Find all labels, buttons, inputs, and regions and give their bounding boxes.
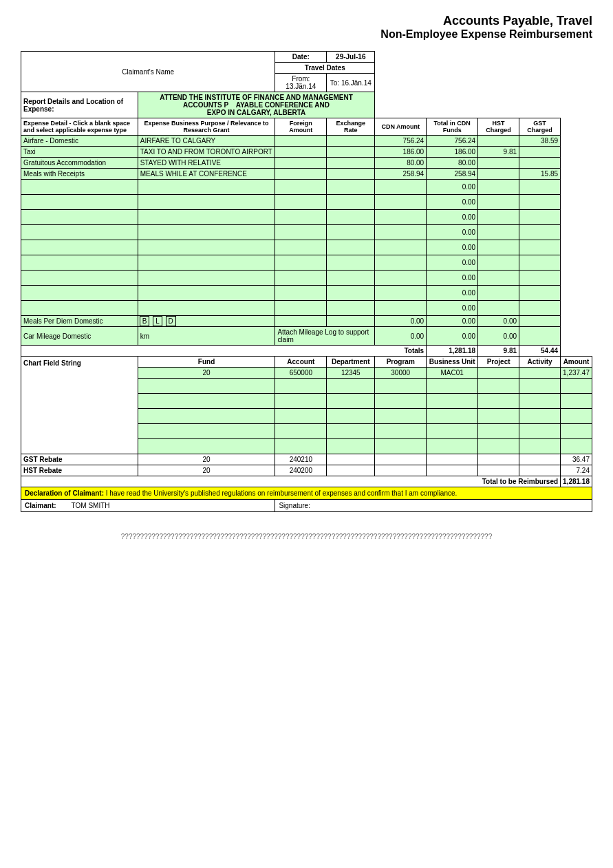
- totals-row: Totals 1,281.18 9.81 54.44: [21, 346, 592, 357]
- report-details-row: Report Details and Location of Expense: …: [21, 92, 592, 118]
- expense-total-taxi: 186.00: [427, 147, 478, 158]
- expense-foreign-meals: [275, 169, 327, 180]
- expense-hst-airfare: [478, 136, 519, 147]
- date-label-cell: Date:: [275, 52, 327, 63]
- expense-foreign-accommodation: [275, 158, 327, 169]
- expense-gst-accommodation: [519, 158, 561, 169]
- gst-rebate-account: 240210: [275, 454, 327, 465]
- expense-hst-accommodation: [478, 158, 519, 169]
- totals-label: Totals: [21, 346, 427, 357]
- expense-type-accommodation: Gratuitous Accommodation: [21, 158, 138, 169]
- hst-rebate-fund: 20: [138, 465, 275, 476]
- declaration-cell: Declaration of Claimant: I have read the…: [21, 487, 592, 500]
- gst-rebate-label: GST Rebate: [21, 454, 138, 465]
- col-expense-detail: Expense Detail - Click a blank space and…: [21, 118, 138, 136]
- report-details-value: ATTEND THE INSTITUTE OF FINANCE AND MANA…: [138, 92, 375, 118]
- expense-exchange-airfare: [327, 136, 375, 147]
- declaration-row: Declaration of Claimant: I have read the…: [21, 487, 592, 500]
- claimant-label-cell: Claimant: TOM SMITH: [21, 500, 275, 512]
- date-value-cell: 29-Jul-16: [327, 52, 375, 63]
- to-label: To:: [330, 79, 339, 87]
- expense-type-taxi: Taxi: [21, 147, 138, 158]
- expense-cdn-airfare: 756.24: [375, 136, 427, 147]
- expense-purpose-meals: MEALS WHILE AT CONFERENCE: [138, 169, 275, 180]
- cf-col-activity: Activity: [519, 357, 561, 368]
- car-mileage-km: km: [138, 327, 275, 346]
- hst-rebate-amount: 7.24: [561, 465, 592, 476]
- report-details-label: Report Details and Location of Expense:: [21, 92, 138, 118]
- expense-cdn-taxi: 186.00: [375, 147, 427, 158]
- cf-col-fund: Fund: [138, 357, 275, 368]
- dinner-option[interactable]: D: [166, 316, 176, 326]
- declaration-text: I have read the University's published r…: [106, 489, 458, 497]
- from-label-cell: From: 13.Jän.14: [275, 74, 327, 92]
- empty-row-9: 0.00: [21, 301, 592, 316]
- car-mileage-hst: 0.00: [478, 327, 519, 346]
- empty-row-4: 0.00: [21, 225, 592, 240]
- expense-row-accommodation: Gratuitous Accommodation STAYED WITH REL…: [21, 158, 592, 169]
- gst-rebate-fund: 20: [138, 454, 275, 465]
- totals-total: 1,281.18: [427, 346, 478, 357]
- expense-purpose-taxi: TAXI TO AND FROM TORONTO AIRPORT: [138, 147, 275, 158]
- expense-gst-airfare: 38.59: [519, 136, 561, 147]
- expense-foreign-taxi: [275, 147, 327, 158]
- gst-rebate-row: GST Rebate 20 240210 36.47: [21, 454, 592, 465]
- car-mileage-row: Car Mileage Domestic km Attach Mileage L…: [21, 327, 592, 346]
- meals-per-diem-row: Meals Per Diem Domestic B L D 0.00 0.00 …: [21, 316, 592, 327]
- to-cell: To: 16.Jän.14: [327, 74, 375, 92]
- from-value: 13.Jän.14: [286, 83, 316, 90]
- hst-rebate-label: HST Rebate: [21, 465, 138, 476]
- hst-rebate-row: HST Rebate 20 240200 7.24: [21, 465, 592, 476]
- meals-per-diem-options: B L D: [138, 316, 275, 327]
- col-foreign-amount: Foreign Amount: [275, 118, 327, 136]
- travel-dates-label: Travel Dates: [305, 64, 345, 72]
- expense-total-airfare: 756.24: [427, 136, 478, 147]
- expense-gst-meals: 15.85: [519, 169, 561, 180]
- date-value: 29-Jul-16: [336, 53, 365, 61]
- expense-total-meals: 258.94: [427, 169, 478, 180]
- col-total-cdn-funds: Total in CDN Funds: [427, 118, 478, 136]
- title-line2: Non-Employee Expense Reimbursement: [21, 28, 592, 41]
- meals-per-diem-total: 0.00: [427, 316, 478, 327]
- cf-col-amount: Amount: [561, 357, 592, 368]
- gst-rebate-amount: 36.47: [561, 454, 592, 465]
- col-cdn-amount: CDN Amount: [375, 118, 427, 136]
- col-business-purpose: Expense Business Purpose / Relevance to …: [138, 118, 275, 136]
- title-line1: Accounts Payable, Travel: [21, 14, 592, 28]
- car-mileage-note: Attach Mileage Log to support claim: [275, 327, 375, 346]
- expense-purpose-accommodation: STAYED WITH RELATIVE: [138, 158, 275, 169]
- col-hst-charged: HST Charged: [478, 118, 519, 136]
- to-value: 16.Jän.14: [341, 79, 372, 87]
- chartfield-header-row: Chart Field String Fund Account Departme…: [21, 357, 592, 368]
- total-reimbursed-value: 1,281.18: [561, 476, 592, 487]
- total-reimbursed-label: Total to be Reimbursed: [21, 476, 561, 487]
- chartfield-label: Chart Field String: [21, 357, 138, 454]
- cf-col-account: Account: [275, 357, 327, 368]
- meals-per-diem-label: Meals Per Diem Domestic: [21, 316, 138, 327]
- travel-dates-cell: Travel Dates: [275, 63, 375, 74]
- col-gst-charged: GST Charged: [519, 118, 561, 136]
- cf-col-proj: Project: [478, 357, 519, 368]
- expense-hst-meals: [478, 169, 519, 180]
- expense-cdn-meals: 258.94: [375, 169, 427, 180]
- expense-total-accommodation: 80.00: [427, 158, 478, 169]
- meals-per-diem-hst: 0.00: [478, 316, 519, 327]
- total-reimbursed-row: Total to be Reimbursed 1,281.18: [21, 476, 592, 487]
- expense-row-taxi: Taxi TAXI TO AND FROM TORONTO AIRPORT 18…: [21, 147, 592, 158]
- column-headers-row: Expense Detail - Click a blank space and…: [21, 118, 592, 136]
- empty-row-2: 0.00: [21, 195, 592, 210]
- header-row-1: Claimant's Name Date: 29-Jul-16: [21, 52, 592, 63]
- hst-rebate-account: 240200: [275, 465, 327, 476]
- empty-row-7: 0.00: [21, 271, 592, 286]
- breakfast-option[interactable]: B: [140, 316, 150, 326]
- meals-per-diem-cdn: 0.00: [375, 316, 427, 327]
- cf-col-bu: Business Unit: [427, 357, 478, 368]
- claimant-label: Claimant's Name: [122, 68, 174, 76]
- main-table: Claimant's Name Date: 29-Jul-16 Travel D…: [21, 51, 592, 512]
- expense-exchange-accommodation: [327, 158, 375, 169]
- empty-row-1: 0.00: [21, 180, 592, 195]
- lunch-option[interactable]: L: [153, 316, 162, 326]
- expense-hst-taxi: 9.81: [478, 147, 519, 158]
- date-label: Date:: [292, 53, 310, 61]
- claimant-name-cell: Claimant's Name: [21, 52, 275, 92]
